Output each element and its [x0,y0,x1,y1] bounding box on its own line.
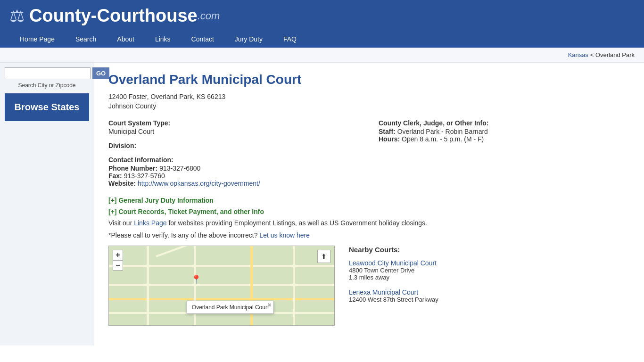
map-container[interactable]: 📍 + − ⬆ ✕ Overland Park Municipal Court [108,246,335,326]
nearby-court-2-name[interactable]: Lenexa Municipal Court [349,288,418,296]
verify-prefix: *Please call to verify. Is any of the ab… [108,231,259,239]
court-address: 12400 Foster, Overland Park, KS 66213 [108,93,630,100]
logo-icon: ⚖ [9,6,25,26]
info-right: County Clerk, Judge, or Other Info: Staf… [379,119,630,187]
search-label: Search City or Zipcode [5,82,89,89]
breadcrumb-city: Overland Park [595,51,635,58]
phone-label: Phone Number: [108,165,157,172]
info-left: Court System Type: Municipal Court Divis… [108,119,360,187]
fax-value: Fax: 913-327-5760 [108,172,360,180]
website-label: Website: [108,180,136,187]
nearby-court-2-address: 12400 West 87th Street Parkway [349,296,630,303]
verify-text: *Please call to verify. Is any of the ab… [108,231,630,239]
map-popup-text: Overland Park Municipal Court [192,304,269,311]
let-us-know-link[interactable]: Let us know here [259,231,310,239]
info-grid: Court System Type: Municipal Court Divis… [108,119,630,187]
court-records-link[interactable]: [+] Court Records, Ticket Payment, and o… [108,208,630,215]
site-header: ⚖ County-Courthouse .com Home Page Searc… [0,0,644,48]
nav-jury-duty[interactable]: Jury Duty [224,31,273,48]
map-popup: ✕ Overland Park Municipal Court [187,301,274,314]
nav-about[interactable]: About [107,31,145,48]
browse-states-button[interactable]: Browse States [5,93,89,121]
site-title-com: .com [198,10,220,22]
visit-suffix: for websites providing Employment Listin… [167,219,427,227]
sidebar: GO Search City or Zipcode Browse States [0,63,94,346]
system-type-value: Municipal Court [108,128,360,135]
fax-label: Fax: [108,172,122,180]
phone-value: Phone Number: 913-327-6800 [108,165,360,172]
nav-search[interactable]: Search [65,31,107,48]
visit-prefix: Visit our [108,219,134,227]
search-input[interactable] [5,67,91,79]
division-label: Division: [108,142,360,149]
contact-label: Contact Information: [108,156,360,164]
nearby-court-1: Leawood City Municipal Court 4800 Town C… [349,259,630,281]
map-share-button[interactable]: ⬆ [317,250,330,263]
breadcrumb: Kansas < Overland Park [0,48,644,63]
main-nav: Home Page Search About Links Contact Jur… [9,31,635,48]
page-layout: GO Search City or Zipcode Browse States … [0,63,644,346]
fax-number: 913-327-5760 [124,172,165,180]
staff-label: Staff: [379,128,396,135]
court-county: Johnson County [108,102,630,110]
breadcrumb-state[interactable]: Kansas [568,51,588,58]
nav-faq[interactable]: FAQ [273,31,307,48]
website-link[interactable]: http://www.opkansas.org/city-government/ [138,180,260,187]
hours-value: Hours: Open 8 a.m. - 5 p.m. (M - F) [379,135,630,143]
website-value: Website: http://www.opkansas.org/city-go… [108,180,360,187]
nearby-courts: Nearby Courts: Leawood City Municipal Co… [349,246,630,326]
site-title-main: County-Courthouse [29,6,198,26]
court-title: Overland Park Municipal Court [108,72,630,87]
nearby-courts-title: Nearby Courts: [349,246,630,254]
clerk-label: County Clerk, Judge, or Other Info: [379,119,630,127]
nearby-court-1-name[interactable]: Leawood City Municipal Court [349,259,437,267]
system-type-label: Court System Type: [108,119,360,127]
nearby-court-1-distance: 1.3 miles away [349,274,630,281]
zoom-in-button[interactable]: + [113,250,123,260]
map-area: 📍 + − ⬆ ✕ Overland Park Municipal Court … [108,246,630,326]
map-zoom-controls: + − [113,250,123,271]
nav-links[interactable]: Links [145,31,181,48]
jury-duty-link[interactable]: [+] General Jury Duty Information [108,197,630,204]
zoom-out-button[interactable]: − [113,260,123,271]
map-popup-close[interactable]: ✕ [267,302,272,308]
staff-value: Staff: Overland Park - Robin Barnard [379,128,630,135]
nav-home[interactable]: Home Page [9,31,65,48]
nearby-court-1-address: 4800 Town Center Drive [349,267,630,274]
main-content: Overland Park Municipal Court 12400 Fost… [94,63,644,346]
visit-text: Visit our Links Page for websites provid… [108,219,630,227]
nav-contact[interactable]: Contact [181,31,224,48]
links-page-link[interactable]: Links Page [134,219,166,227]
hours-label: Hours: [379,135,400,143]
nearby-court-2: Lenexa Municipal Court 12400 West 87th S… [349,288,630,303]
search-form: GO [5,67,89,79]
breadcrumb-separator: < [590,51,595,58]
